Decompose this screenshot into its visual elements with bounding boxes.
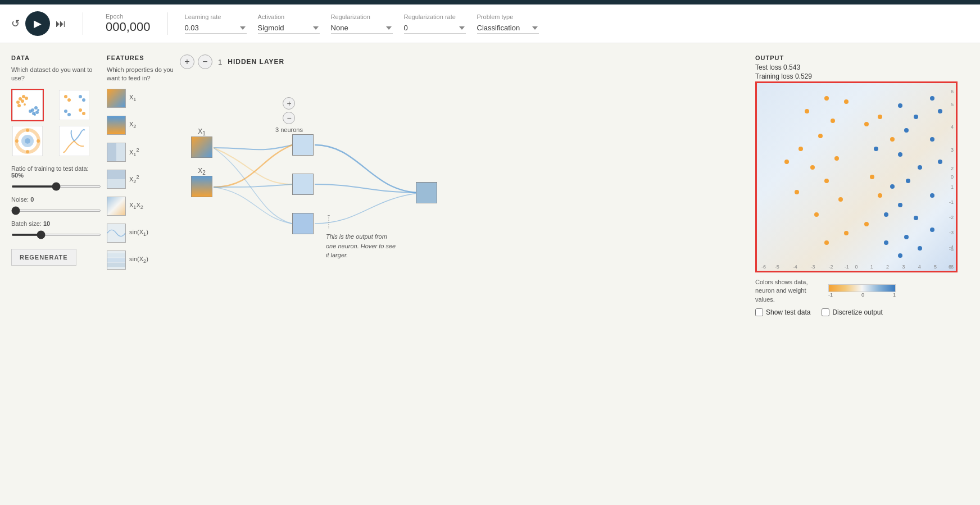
feature-sinx1: sin(X1)	[107, 224, 174, 243]
remove-neuron-button[interactable]: −	[283, 112, 295, 124]
colors-description: Colors shows data, neuron and weight val…	[755, 278, 823, 304]
svg-point-16	[64, 95, 67, 98]
svg-point-5	[25, 97, 28, 100]
regularization-rate-label: Regularization rate	[404, 13, 466, 20]
show-test-data-input[interactable]	[755, 308, 763, 316]
dot	[874, 147, 878, 151]
regularization-rate-group: Regularization rate 0 0.001 0.003 0.01 0…	[404, 13, 466, 34]
divider-1	[83, 12, 83, 35]
axis-label-2: 2	[951, 166, 954, 171]
dot	[864, 122, 869, 126]
neuron-controls: + − 3 neurons	[275, 97, 303, 133]
input-x1-node[interactable]: X1	[191, 137, 212, 160]
svg-rect-15	[59, 90, 89, 120]
dataset-circle[interactable]	[11, 125, 44, 157]
svg-point-31	[37, 139, 40, 143]
regenerate-button[interactable]: REGENERATE	[11, 249, 76, 266]
dot	[918, 246, 922, 251]
svg-point-12	[29, 110, 32, 113]
features-title: FEATURES	[107, 54, 174, 61]
svg-point-14	[37, 109, 39, 111]
output-chart: 6 5 4 3 2 1 0 -1 -2 -3 -4 -5 -6 -6 -5 -4…	[755, 81, 958, 272]
regularization-rate-select[interactable]: 0 0.001 0.003 0.01 0.03 0.1 0.3 1 3 10	[404, 22, 466, 34]
noise-value: 0	[30, 196, 34, 203]
learning-rate-select[interactable]: 0.03 0.00001 0.0001 0.001 0.003 0.01 0.0…	[185, 22, 247, 34]
dataset-xor[interactable]	[58, 89, 90, 121]
axis-label-n1: -1	[949, 199, 954, 205]
axis-label-n5: -5	[949, 247, 954, 252]
neuron-3[interactable]	[292, 213, 314, 236]
svg-rect-34	[107, 116, 125, 134]
noise-label: Noise: 0	[11, 196, 101, 203]
regularization-select[interactable]: None L1 L2	[331, 22, 393, 34]
regularization-label: Regularization	[331, 13, 393, 20]
axis-label-0: 0	[951, 174, 954, 180]
dot	[818, 134, 823, 138]
svg-rect-38	[107, 170, 125, 179]
feature-x2sq: X22	[107, 170, 174, 189]
dataset-spiral-preview	[59, 126, 89, 156]
svg-rect-39	[107, 197, 125, 215]
dataset-gaussian[interactable]	[11, 89, 44, 121]
discretize-output-input[interactable]	[822, 308, 829, 316]
dot	[930, 193, 934, 198]
output-title: OUTPUT	[755, 54, 969, 61]
neuron-2[interactable]	[292, 174, 314, 197]
feature-x1: X1	[107, 89, 174, 108]
features-subtitle: Which properties do you want to feed in?	[107, 66, 174, 83]
dot	[824, 179, 829, 183]
neuron-1[interactable]	[292, 134, 314, 157]
neurons-label: 3 neurons	[275, 126, 303, 133]
svg-rect-36	[107, 143, 116, 161]
discretize-output-checkbox[interactable]: Discretize output	[822, 308, 882, 316]
svg-point-28	[26, 129, 29, 132]
play-button[interactable]: ▶	[25, 11, 50, 36]
axis-label-6: 6	[951, 89, 954, 94]
dot	[930, 96, 934, 101]
feature-x1-label: X1	[129, 94, 136, 102]
ratio-label: Ratio of training to test data: 50%	[11, 165, 101, 179]
axis-label-4: 4	[951, 124, 954, 130]
feature-x1x2: X1X2	[107, 197, 174, 216]
dot	[784, 160, 789, 164]
show-test-data-checkbox[interactable]: Show test data	[755, 308, 810, 316]
network-area: + − 1 HIDDEN LAYER + − 3 neurons	[180, 54, 750, 492]
input-x2-node[interactable]: X2	[191, 176, 212, 199]
dot	[890, 137, 895, 142]
feature-sinx2-thumb[interactable]	[107, 251, 126, 270]
dot	[878, 193, 882, 198]
noise-slider[interactable]	[11, 210, 101, 212]
feature-x1sq-thumb[interactable]	[107, 143, 126, 162]
data-panel: DATA Which dataset do you want to use?	[11, 54, 101, 492]
feature-x1-thumb[interactable]	[107, 89, 126, 108]
feature-x2sq-thumb[interactable]	[107, 170, 126, 189]
ratio-slider[interactable]	[11, 185, 101, 188]
dot	[884, 240, 888, 245]
output-node[interactable]	[416, 182, 437, 205]
step-button[interactable]: ⏭	[56, 18, 66, 30]
feature-sinx1-thumb[interactable]	[107, 224, 126, 243]
svg-rect-33	[107, 89, 125, 107]
problem-type-select[interactable]: Classification Regression	[477, 22, 539, 34]
dot	[898, 103, 902, 108]
add-neuron-button[interactable]: +	[283, 97, 295, 110]
svg-rect-49	[292, 213, 314, 234]
dataset-spiral[interactable]	[58, 125, 90, 157]
feature-x2-thumb[interactable]	[107, 116, 126, 135]
discretize-output-label: Discretize output	[832, 308, 882, 316]
problem-type-label: Problem type	[477, 13, 539, 20]
remove-layer-button[interactable]: −	[198, 54, 212, 69]
reset-button[interactable]: ↺	[11, 17, 20, 30]
add-layer-button[interactable]: +	[180, 54, 194, 69]
svg-point-29	[26, 150, 29, 153]
output-bg	[757, 83, 956, 271]
svg-point-19	[82, 112, 85, 115]
activation-select[interactable]: ReLU Tanh Sigmoid Linear	[258, 22, 320, 34]
network-viz: + − 3 neurons	[180, 80, 461, 316]
show-test-data-label: Show test data	[766, 308, 810, 316]
dot	[838, 197, 843, 202]
feature-x1x2-thumb[interactable]	[107, 197, 126, 216]
toolbar: ↺ ▶ ⏭ Epoch 000,000 Learning rate 0.03 0…	[0, 4, 980, 43]
batch-slider[interactable]	[11, 234, 101, 236]
dot	[914, 216, 918, 220]
